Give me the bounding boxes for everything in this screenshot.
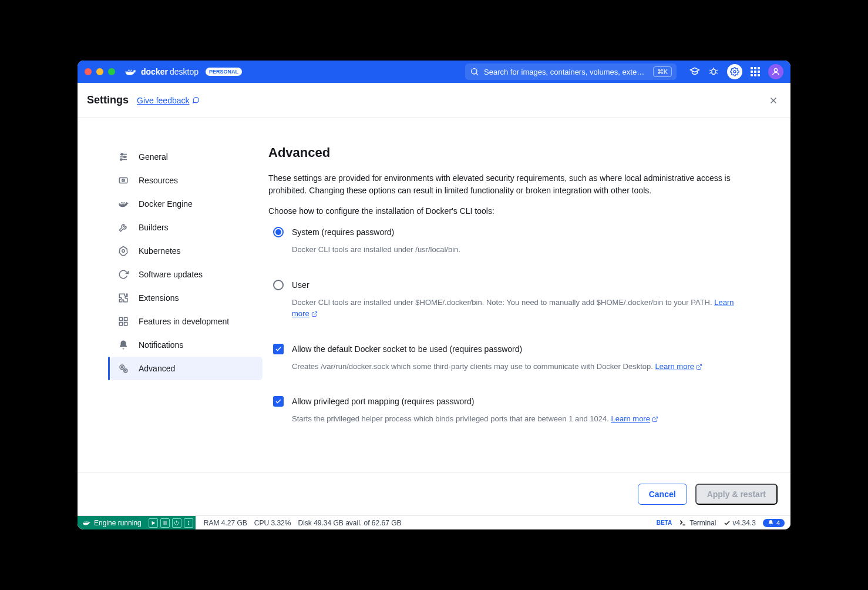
notifications-pill[interactable]: 4	[763, 519, 785, 527]
bell-icon	[768, 519, 774, 526]
svg-point-9	[774, 69, 777, 72]
svg-line-1	[476, 73, 478, 75]
search-placeholder: Search for images, containers, volumes, …	[484, 68, 648, 76]
svg-rect-24	[125, 317, 127, 320]
learn-more-link[interactable]: Learn more	[611, 414, 658, 423]
engine-start-button[interactable]	[149, 518, 158, 528]
svg-line-32	[699, 364, 702, 367]
apps-grid-icon[interactable]	[751, 67, 760, 76]
sidebar-item-kubernetes[interactable]: Kubernetes	[110, 239, 263, 263]
apply-restart-button[interactable]: Apply & restart	[695, 484, 778, 505]
wrench-icon	[117, 222, 129, 233]
feedback-link-label: Give feedback	[137, 96, 190, 105]
search-icon	[470, 67, 479, 76]
engine-stop-button[interactable]	[172, 518, 181, 528]
titlebar-actions	[689, 64, 783, 79]
check-icon	[724, 519, 731, 527]
close-window-button[interactable]	[85, 68, 92, 75]
sidebar-item-label: Builders	[139, 223, 169, 232]
app-window: docker desktop PERSONAL Search for image…	[78, 61, 790, 529]
sidebar-item-general[interactable]: General	[110, 145, 263, 169]
settings-header: Settings Give feedback	[78, 83, 790, 118]
feedback-icon	[192, 96, 200, 104]
search-input[interactable]: Search for images, containers, volumes, …	[465, 63, 677, 80]
radio-user[interactable]: User	[273, 279, 749, 291]
checkbox-socket-label: Allow the default Docker socket to be us…	[292, 343, 522, 355]
terminal-icon	[679, 519, 687, 527]
checkbox-icon	[273, 344, 284, 354]
settings-icon[interactable]	[727, 64, 742, 79]
svg-line-31	[314, 311, 317, 314]
checkbox-default-socket[interactable]: Allow the default Docker socket to be us…	[273, 343, 749, 355]
checkbox-ports-label: Allow privileged port mapping (requires …	[292, 395, 474, 407]
sidebar-item-label: Features in development	[139, 317, 229, 326]
svg-point-28	[122, 367, 123, 368]
terminal-button[interactable]: Terminal	[679, 519, 716, 527]
radio-user-desc-text: Docker CLI tools are installed under $HO…	[292, 298, 714, 307]
choose-text: Choose how to configure the installation…	[268, 206, 749, 216]
bell-icon	[117, 340, 129, 350]
radio-system-desc: Docker CLI tools are installed under /us…	[292, 244, 749, 256]
engine-status[interactable]: Engine running	[78, 516, 146, 529]
feedback-link[interactable]: Give feedback	[137, 96, 200, 105]
svg-line-5	[716, 70, 718, 71]
maximize-window-button[interactable]	[108, 68, 115, 75]
disk-icon	[117, 175, 129, 186]
sidebar-item-docker-engine[interactable]: Docker Engine	[110, 192, 263, 216]
sidebar-item-extensions[interactable]: Extensions	[110, 286, 263, 310]
sidebar-item-resources[interactable]: Resources	[110, 169, 263, 192]
svg-line-7	[716, 73, 718, 74]
external-link-icon	[652, 416, 658, 423]
sidebar-item-advanced[interactable]: Advanced	[110, 357, 263, 380]
notif-count: 4	[776, 519, 780, 527]
svg-marker-21	[119, 247, 127, 256]
bug-icon[interactable]	[708, 66, 719, 77]
svg-point-38	[188, 521, 189, 522]
engine-pause-button[interactable]	[160, 518, 170, 528]
whale-icon	[117, 200, 129, 208]
learning-icon[interactable]	[689, 66, 700, 77]
brand-name-strong: docker	[141, 67, 168, 76]
version-indicator[interactable]: v4.34.3	[724, 519, 756, 527]
svg-marker-34	[152, 521, 155, 524]
svg-point-22	[122, 250, 125, 253]
disk-stat: Disk 49.34 GB avail. of 62.67 GB	[298, 519, 401, 527]
account-icon[interactable]	[768, 64, 783, 79]
statusbar-right: BETA Terminal v4.34.3 4	[657, 519, 790, 527]
minimize-window-button[interactable]	[96, 68, 103, 75]
sidebar-item-label: Docker Engine	[139, 199, 193, 209]
refresh-icon	[117, 269, 129, 280]
engine-status-label: Engine running	[94, 519, 142, 527]
engine-more-button[interactable]	[184, 518, 193, 528]
checkbox-privileged-ports[interactable]: Allow privileged port mapping (requires …	[273, 395, 749, 407]
brand-name-light: desktop	[170, 67, 199, 76]
external-link-icon	[696, 364, 702, 370]
close-icon[interactable]	[766, 93, 781, 108]
svg-point-30	[125, 370, 126, 371]
radio-button-icon	[273, 280, 284, 290]
sidebar-item-notifications[interactable]: Notifications	[110, 333, 263, 357]
sidebar-item-software-updates[interactable]: Software updates	[110, 263, 263, 286]
external-link-icon	[311, 311, 318, 317]
radio-user-label: User	[292, 279, 309, 291]
engine-controls	[146, 516, 196, 529]
sidebar-item-builders[interactable]: Builders	[110, 216, 263, 239]
checkbox-socket-desc-text: Creates /var/run/docker.sock which some …	[292, 362, 655, 371]
sidebar-item-features-dev[interactable]: Features in development	[110, 310, 263, 333]
svg-rect-23	[119, 317, 122, 320]
sidebar-item-label: Advanced	[139, 364, 175, 373]
svg-point-39	[188, 522, 189, 524]
settings-content: Advanced These settings are provided for…	[268, 118, 790, 472]
learn-more-link[interactable]: Learn more	[655, 362, 702, 371]
checkbox-ports-desc: Starts the privileged helper process whi…	[292, 413, 749, 425]
whale-icon	[125, 67, 136, 76]
version-label: v4.34.3	[733, 519, 756, 527]
radio-system[interactable]: System (requires password)	[273, 226, 749, 238]
svg-rect-35	[163, 521, 164, 524]
footer-actions: Cancel Apply & restart	[78, 472, 790, 515]
svg-rect-36	[166, 521, 167, 524]
cancel-button[interactable]: Cancel	[638, 484, 687, 505]
terminal-label: Terminal	[689, 519, 716, 527]
radio-button-icon	[273, 227, 284, 237]
checkbox-ports-desc-text: Starts the privileged helper process whi…	[292, 414, 611, 423]
